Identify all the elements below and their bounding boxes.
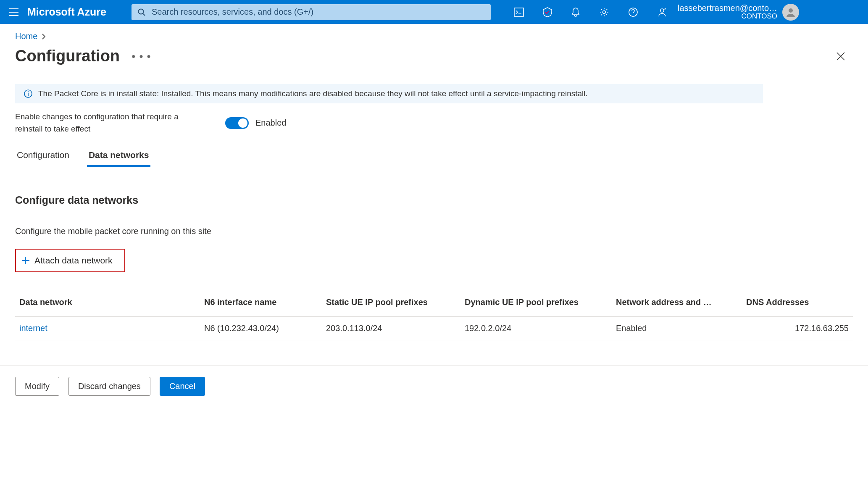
cancel-button[interactable]: Cancel xyxy=(160,377,205,396)
table-header-row: Data network N6 interface name Static UE… xyxy=(15,292,853,317)
col-dynamic-ue[interactable]: Dynamic UE IP pool prefixes xyxy=(460,292,612,317)
attach-button-label: Attach data network xyxy=(34,255,113,266)
top-header: Microsoft Azure lassebertrasmen@conto… C… xyxy=(0,0,868,24)
header-icons xyxy=(514,7,667,17)
help-icon xyxy=(628,7,638,17)
close-button[interactable] xyxy=(833,48,849,64)
cell-dynamic-ue: 192.0.2.0/24 xyxy=(460,317,612,340)
enable-changes-toggle[interactable] xyxy=(225,117,249,129)
search-icon xyxy=(138,8,145,16)
search-input[interactable] xyxy=(152,7,484,17)
breadcrumb: Home xyxy=(15,32,853,41)
info-banner: The Packet Core is in install state: Ins… xyxy=(15,84,763,103)
bell-icon xyxy=(571,7,580,17)
cell-napt: Enabled xyxy=(612,317,742,340)
notifications-button[interactable] xyxy=(571,7,580,17)
page-title: Configuration xyxy=(15,47,120,65)
hamburger-menu-button[interactable] xyxy=(0,8,27,16)
avatar-icon xyxy=(785,6,797,18)
svg-point-9 xyxy=(28,91,29,92)
data-network-link[interactable]: internet xyxy=(19,324,47,333)
footer-action-bar: Modify Discard changes Cancel xyxy=(0,366,868,407)
settings-button[interactable] xyxy=(599,7,609,17)
info-banner-text: The Packet Core is in install state: Ins… xyxy=(38,89,588,98)
avatar xyxy=(782,4,799,21)
enable-changes-row: Enable changes to configuration that req… xyxy=(15,111,853,135)
cloud-shell-button[interactable] xyxy=(514,8,524,17)
cell-static-ue: 203.0.113.0/24 xyxy=(322,317,460,340)
content-area: Home Configuration ● ● ● The Packet Core… xyxy=(0,24,868,340)
brand-name[interactable]: Microsoft Azure xyxy=(27,6,106,18)
svg-point-3 xyxy=(602,11,605,13)
user-account-button[interactable]: lassebertrasmen@conto… CONTOSO xyxy=(678,3,799,21)
more-actions-button[interactable]: ● ● ● xyxy=(132,53,152,60)
svg-point-5 xyxy=(660,9,664,12)
breadcrumb-home[interactable]: Home xyxy=(15,32,37,41)
tab-configuration[interactable]: Configuration xyxy=(15,147,71,167)
gear-icon xyxy=(599,7,609,17)
svg-point-0 xyxy=(138,9,143,14)
attach-highlight-box: Attach data network xyxy=(15,249,125,272)
col-napt[interactable]: Network address and … xyxy=(612,292,742,317)
plus-icon xyxy=(21,256,30,265)
tabs: Configuration Data networks xyxy=(15,147,853,167)
user-text: lassebertrasmen@conto… CONTOSO xyxy=(678,3,777,21)
chevron-right-icon xyxy=(42,34,46,39)
modify-button[interactable]: Modify xyxy=(15,377,59,396)
close-icon xyxy=(836,52,845,61)
help-button[interactable] xyxy=(628,7,638,17)
toggle-knob xyxy=(238,118,247,128)
global-search[interactable] xyxy=(132,4,491,20)
data-networks-table: Data network N6 interface name Static UE… xyxy=(15,292,853,340)
col-static-ue[interactable]: Static UE IP pool prefixes xyxy=(322,292,460,317)
hamburger-icon xyxy=(9,8,18,16)
cell-n6: N6 (10.232.43.0/24) xyxy=(200,317,322,340)
directory-filter-button[interactable] xyxy=(543,7,552,17)
table-row[interactable]: internet N6 (10.232.43.0/24) 203.0.113.0… xyxy=(15,317,853,340)
attach-data-network-button[interactable]: Attach data network xyxy=(19,253,114,268)
discard-changes-button[interactable]: Discard changes xyxy=(68,377,150,396)
user-tenant: CONTOSO xyxy=(678,13,777,21)
title-row: Configuration ● ● ● xyxy=(15,47,853,65)
feedback-button[interactable] xyxy=(657,7,667,17)
enable-changes-label: Enable changes to configuration that req… xyxy=(15,111,183,135)
cell-dns: 172.16.63.255 xyxy=(742,317,853,340)
svg-point-6 xyxy=(789,8,793,13)
cloud-shell-icon xyxy=(514,8,524,17)
col-data-network[interactable]: Data network xyxy=(15,292,200,317)
feedback-icon xyxy=(657,7,667,17)
toggle-state-label: Enabled xyxy=(255,118,286,128)
svg-rect-2 xyxy=(514,8,523,16)
tab-data-networks[interactable]: Data networks xyxy=(87,147,151,167)
section-title: Configure data networks xyxy=(15,194,853,206)
user-email: lassebertrasmen@conto… xyxy=(678,3,777,13)
svg-line-1 xyxy=(143,13,145,16)
col-n6-interface[interactable]: N6 interface name xyxy=(200,292,322,317)
filter-icon xyxy=(543,7,552,17)
col-dns[interactable]: DNS Addresses xyxy=(742,292,853,317)
section-description: Configure the mobile packet core running… xyxy=(15,226,853,236)
info-icon xyxy=(24,89,32,98)
